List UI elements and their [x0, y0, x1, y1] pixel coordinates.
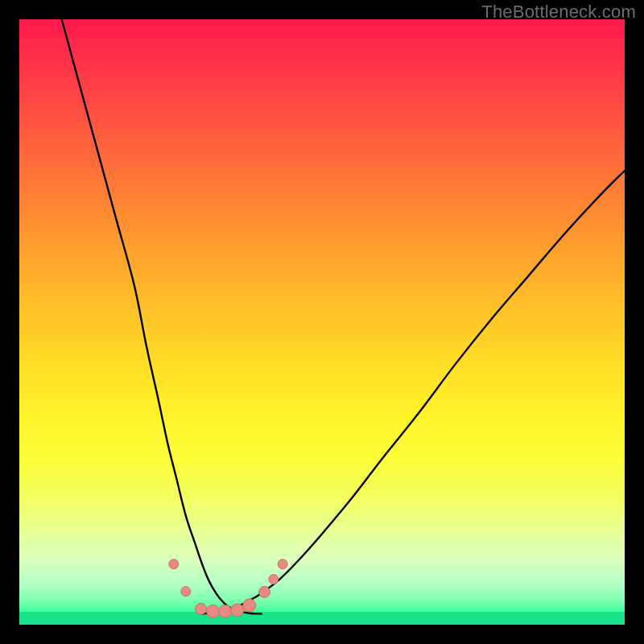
- marker-4: [219, 605, 232, 617]
- marker-3: [207, 605, 220, 617]
- plot-area: [19, 19, 625, 625]
- marker-2: [196, 603, 207, 614]
- marker-9: [278, 559, 287, 569]
- marker-5: [231, 604, 244, 617]
- marker-0: [169, 559, 179, 569]
- curve-layer: [19, 19, 625, 625]
- curve-left-branch: [62, 19, 262, 613]
- marker-6: [243, 599, 256, 612]
- watermark-text: TheBottleneck.com: [481, 2, 636, 23]
- marker-8: [269, 575, 279, 584]
- curve-right-branch: [201, 171, 625, 613]
- marker-1: [181, 587, 191, 597]
- marker-7: [259, 586, 270, 597]
